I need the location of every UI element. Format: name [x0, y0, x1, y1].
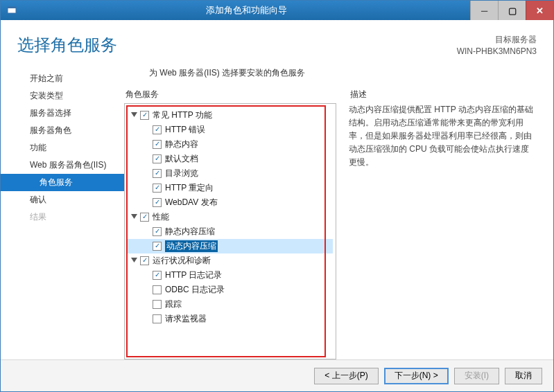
- tree-node-2[interactable]: 静态内容: [128, 137, 333, 152]
- tree-node-label: HTTP 重定向: [165, 182, 214, 194]
- tree-node-label: 常见 HTTP 功能: [153, 109, 212, 121]
- checkbox[interactable]: [153, 314, 162, 323]
- content: 选择角色服务 目标服务器 WIN-PHBK3MN6PN3 开始之前安装类型服务器…: [1, 20, 553, 391]
- checkbox[interactable]: [153, 242, 162, 251]
- checkbox[interactable]: [153, 154, 162, 163]
- checkbox[interactable]: [153, 198, 162, 207]
- main: 为 Web 服务器(IIS) 选择要安装的角色服务 角色服务 常见 HTTP 功…: [124, 63, 537, 359]
- tree-node-12[interactable]: ODBC 日志记录: [128, 283, 333, 297]
- maximize-button[interactable]: ▢: [498, 1, 526, 20]
- checkbox[interactable]: [153, 300, 162, 309]
- roles-treebox: 常见 HTTP 功能HTTP 错误静态内容默认文档目录浏览HTTP 重定向Web…: [124, 103, 336, 359]
- minimize-button[interactable]: ─: [470, 1, 498, 20]
- description-text: 动态内容压缩提供配置 HTTP 动态内容压缩的基础结构。启用动态压缩通常能带来更…: [349, 103, 537, 170]
- tree-node-label: 默认文档: [165, 153, 198, 165]
- checkbox[interactable]: [140, 111, 149, 120]
- tree-node-13[interactable]: 跟踪: [128, 297, 333, 312]
- tree-node-label: 运行状况和诊断: [153, 255, 211, 267]
- tree-node-label: ODBC 日志记录: [165, 284, 225, 296]
- target-value: WIN-PHBK3MN6PN3: [457, 46, 537, 57]
- tree-node-label: 请求监视器: [165, 313, 207, 325]
- wizard-window: 添加角色和功能向导 ─ ▢ ✕ 选择角色服务 目标服务器 WIN-PHBK3MN…: [0, 0, 554, 392]
- nav-item-7[interactable]: 确认: [1, 191, 124, 208]
- tree-node-10[interactable]: 运行状况和诊断: [128, 253, 333, 268]
- nav-item-5[interactable]: Web 服务器角色(IIS): [1, 157, 124, 174]
- tree-node-label: 静态内容: [165, 139, 198, 150]
- close-icon: ✕: [536, 6, 544, 16]
- instruction: 为 Web 服务器(IIS) 选择要安装的角色服务: [149, 67, 537, 79]
- close-button[interactable]: ✕: [526, 1, 553, 20]
- wizard-nav: 开始之前安装类型服务器选择服务器角色功能Web 服务器角色(IIS)角色服务确认…: [1, 63, 124, 359]
- tree-node-label: 性能: [153, 211, 169, 223]
- app-icon: [5, 3, 19, 17]
- svg-rect-1: [8, 7, 16, 8]
- nav-item-6[interactable]: 角色服务: [1, 174, 124, 191]
- header: 选择角色服务 目标服务器 WIN-PHBK3MN6PN3: [1, 20, 553, 63]
- tree-node-label: 跟踪: [165, 299, 182, 310]
- page-title: 选择角色服务: [17, 34, 457, 57]
- nav-item-0[interactable]: 开始之前: [1, 70, 124, 87]
- expander-icon[interactable]: [130, 213, 138, 221]
- nav-item-8: 结果: [1, 208, 124, 226]
- tree-node-label: 动态内容压缩: [165, 240, 218, 252]
- tree-node-6[interactable]: WebDAV 发布: [128, 195, 333, 210]
- tree-node-1[interactable]: HTTP 错误: [128, 123, 333, 137]
- tree-node-label: WebDAV 发布: [165, 197, 218, 208]
- nav-item-2[interactable]: 服务器选择: [1, 105, 124, 122]
- checkbox[interactable]: [140, 256, 149, 265]
- checkbox[interactable]: [153, 271, 162, 280]
- cancel-button[interactable]: 取消: [505, 368, 542, 384]
- tree-node-label: 静态内容压缩: [165, 226, 215, 238]
- tree-node-8[interactable]: 静态内容压缩: [128, 224, 333, 239]
- footer: < 上一步(P) 下一步(N) > 安装(I) 取消: [1, 359, 553, 391]
- tree-node-7[interactable]: 性能: [128, 210, 333, 224]
- roles-label: 角色服务: [125, 89, 336, 100]
- window-buttons: ─ ▢ ✕: [470, 1, 553, 20]
- nav-item-4[interactable]: 功能: [1, 139, 124, 157]
- tree-node-3[interactable]: 默认文档: [128, 152, 333, 166]
- window-title: 添加角色和功能向导: [23, 4, 470, 17]
- tree-node-5[interactable]: HTTP 重定向: [128, 181, 333, 195]
- tree-node-0[interactable]: 常见 HTTP 功能: [128, 108, 333, 123]
- tree-node-11[interactable]: HTTP 日志记录: [128, 268, 333, 283]
- checkbox[interactable]: [140, 213, 149, 222]
- maximize-icon: ▢: [508, 6, 517, 16]
- body: 开始之前安装类型服务器选择服务器角色功能Web 服务器角色(IIS)角色服务确认…: [1, 63, 553, 359]
- checkbox[interactable]: [153, 227, 162, 236]
- panes: 角色服务 常见 HTTP 功能HTTP 错误静态内容默认文档目录浏览HTTP 重…: [124, 89, 537, 359]
- checkbox[interactable]: [153, 169, 162, 178]
- expander-icon[interactable]: [130, 112, 138, 119]
- checkbox[interactable]: [153, 285, 162, 294]
- tree-node-label: HTTP 日志记录: [165, 269, 222, 281]
- roles-pane: 角色服务 常见 HTTP 功能HTTP 错误静态内容默认文档目录浏览HTTP 重…: [124, 89, 336, 359]
- prev-button[interactable]: < 上一步(P): [314, 368, 378, 384]
- tree-node-4[interactable]: 目录浏览: [128, 166, 333, 181]
- checkbox[interactable]: [153, 125, 162, 134]
- next-button[interactable]: 下一步(N) >: [384, 368, 449, 384]
- target-server: 目标服务器 WIN-PHBK3MN6PN3: [457, 34, 537, 57]
- description-pane: 描述 动态内容压缩提供配置 HTTP 动态内容压缩的基础结构。启用动态压缩通常能…: [349, 89, 537, 359]
- tree-node-label: 目录浏览: [165, 168, 198, 179]
- nav-item-1[interactable]: 安装类型: [1, 87, 124, 105]
- roles-tree[interactable]: 常见 HTTP 功能HTTP 错误静态内容默认文档目录浏览HTTP 重定向Web…: [126, 105, 334, 357]
- nav-item-3[interactable]: 服务器角色: [1, 122, 124, 139]
- minimize-icon: ─: [481, 6, 487, 16]
- titlebar[interactable]: 添加角色和功能向导 ─ ▢ ✕: [1, 1, 553, 20]
- tree-node-9[interactable]: 动态内容压缩: [128, 239, 333, 253]
- target-label: 目标服务器: [457, 34, 537, 46]
- tree-node-14[interactable]: 请求监视器: [128, 312, 333, 326]
- checkbox[interactable]: [153, 184, 162, 193]
- description-label: 描述: [350, 89, 537, 100]
- checkbox[interactable]: [153, 140, 162, 149]
- tree-node-label: HTTP 错误: [165, 124, 205, 136]
- install-button[interactable]: 安装(I): [454, 368, 499, 384]
- expander-icon[interactable]: [130, 257, 138, 265]
